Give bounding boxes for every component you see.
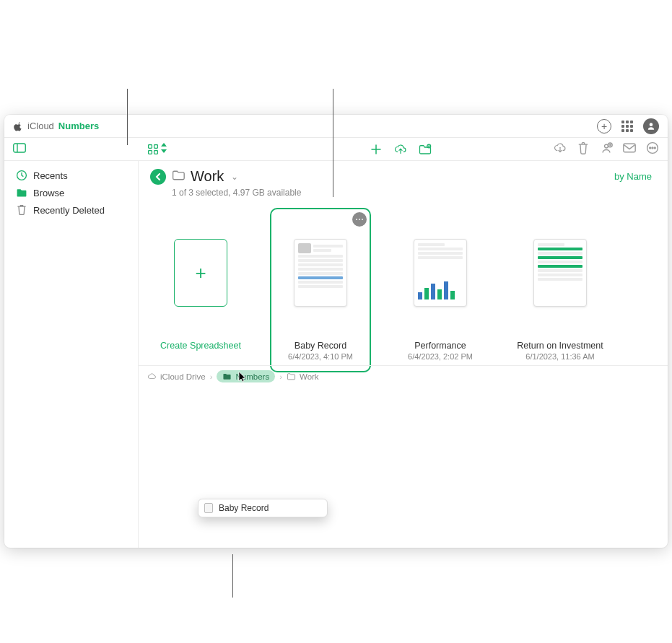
- email-icon[interactable]: [623, 141, 636, 157]
- drag-label: Baby Record: [219, 503, 269, 513]
- sidebar-item-label: Browse: [33, 188, 64, 198]
- sort-by-button[interactable]: by Name: [614, 171, 656, 182]
- tile-date: 6/4/2023, 2:02 PM: [408, 352, 473, 361]
- drag-preview: Baby Record: [198, 499, 328, 517]
- path-root-label: iCloud Drive: [160, 372, 206, 381]
- view-grid-icon[interactable]: [147, 143, 167, 156]
- brand-prefix: iCloud: [27, 121, 54, 131]
- trash-icon: [16, 204, 27, 216]
- app-switcher-icon[interactable]: [621, 121, 633, 132]
- chevron-right-icon: ›: [279, 372, 282, 381]
- path-root[interactable]: iCloud Drive: [147, 372, 206, 381]
- tile-label: Baby Record: [294, 341, 346, 351]
- new-folder-icon[interactable]: [419, 143, 432, 156]
- sidebar-item-browse[interactable]: Browse: [12, 184, 131, 201]
- svg-point-21: [654, 147, 655, 149]
- collaborate-icon[interactable]: [600, 141, 613, 157]
- tile-label: Return on Investment: [517, 341, 603, 351]
- path-leaf-label: Work: [300, 372, 319, 381]
- sidebar: Recents Browse Recently Deleted: [4, 161, 139, 548]
- clock-icon: [16, 170, 27, 181]
- back-button[interactable]: [150, 169, 166, 185]
- callout-line: [333, 89, 333, 197]
- file-grid: + Create Spreadsheet ⋯ Baby Record 6/4/2…: [139, 204, 668, 365]
- tile-date: 6/1/2023, 11:36 AM: [525, 352, 594, 361]
- sidebar-toggle-icon[interactable]: [13, 143, 26, 156]
- tile-label: Create Spreadsheet: [160, 341, 241, 351]
- svg-rect-5: [154, 150, 158, 154]
- apple-logo-icon: [13, 121, 23, 131]
- folder-outline-icon: [172, 170, 185, 184]
- more-actions-icon[interactable]: [646, 141, 659, 157]
- sidebar-item-recents[interactable]: Recents: [12, 167, 131, 184]
- file-tile-performance[interactable]: Performance 6/4/2023, 2:02 PM: [390, 208, 491, 361]
- path-leaf[interactable]: Work: [287, 372, 319, 381]
- mouse-cursor-icon: [238, 371, 247, 382]
- folder-icon: [16, 187, 27, 198]
- toolbar: [4, 138, 668, 161]
- location-title[interactable]: Work: [191, 168, 224, 185]
- location-status: 1 of 3 selected, 4.97 GB available: [139, 188, 668, 204]
- sort-toggle-icon[interactable]: [160, 143, 167, 156]
- add-icon[interactable]: [370, 143, 383, 156]
- plus-icon: +: [174, 239, 227, 307]
- tile-more-icon[interactable]: ⋯: [352, 212, 367, 227]
- upload-cloud-icon[interactable]: [394, 143, 407, 156]
- tile-label: Performance: [414, 341, 466, 351]
- sidebar-item-recently-deleted[interactable]: Recently Deleted: [12, 201, 131, 219]
- svg-rect-2: [149, 144, 152, 148]
- file-tile-return-on-investment[interactable]: Return on Investment 6/1/2023, 11:36 AM: [510, 208, 611, 361]
- brand-app: Numbers: [58, 121, 99, 131]
- download-cloud-icon[interactable]: [554, 141, 567, 157]
- create-new-icon[interactable]: +: [597, 119, 611, 134]
- chevron-down-icon[interactable]: ⌄: [231, 172, 238, 182]
- chevron-right-icon: ›: [210, 372, 213, 381]
- svg-point-19: [650, 147, 651, 149]
- svg-rect-0: [14, 144, 26, 152]
- svg-rect-4: [149, 150, 152, 154]
- account-avatar-icon[interactable]: [643, 118, 659, 134]
- file-tile-baby-record[interactable]: ⋯ Baby Record 6/4/2023, 4:10 PM: [270, 208, 371, 361]
- svg-rect-17: [624, 144, 635, 152]
- callout-line: [232, 554, 233, 598]
- titlebar: iCloud Numbers +: [4, 115, 668, 138]
- main-content: Work ⌄ by Name 1 of 3 selected, 4.97 GB …: [139, 161, 668, 548]
- file-thumbnail: [533, 239, 587, 307]
- file-thumbnail: [414, 239, 467, 307]
- create-spreadsheet-tile[interactable]: + Create Spreadsheet: [150, 208, 251, 361]
- tile-date: 6/4/2023, 4:10 PM: [288, 352, 353, 361]
- location-header: Work ⌄ by Name: [139, 161, 668, 188]
- path-bar: iCloud Drive › Numbers › Work: [139, 365, 668, 387]
- svg-point-13: [605, 144, 608, 148]
- callout-line: [127, 89, 128, 145]
- drag-mini-thumb-icon: [204, 503, 213, 513]
- svg-point-20: [652, 147, 653, 149]
- sidebar-item-label: Recently Deleted: [33, 205, 105, 216]
- svg-rect-3: [154, 144, 158, 148]
- trash-icon[interactable]: [577, 141, 590, 157]
- file-thumbnail: [294, 239, 347, 307]
- app-window: iCloud Numbers +: [4, 115, 668, 548]
- sidebar-item-label: Recents: [33, 170, 68, 181]
